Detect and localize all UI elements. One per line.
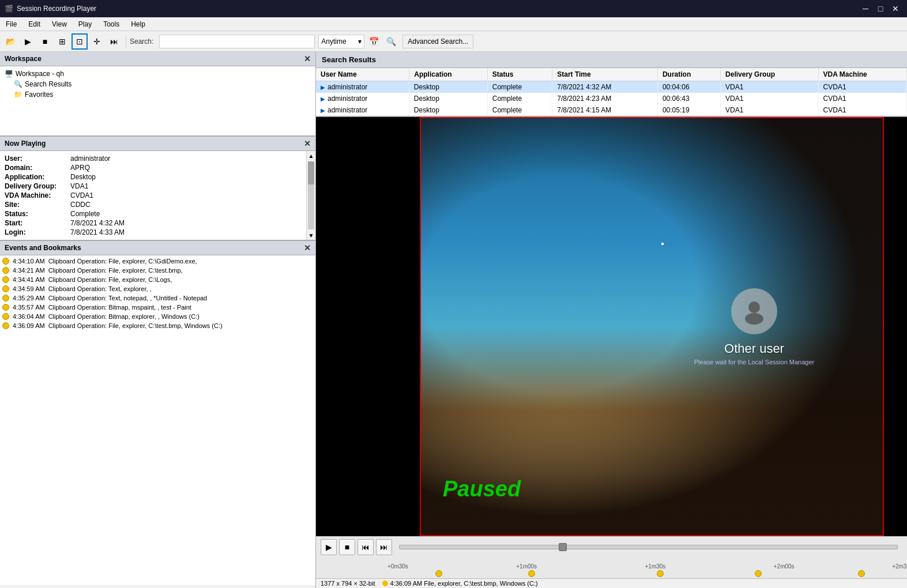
user-label: User: <box>5 154 68 163</box>
now-playing-close-button[interactable]: ✕ <box>304 139 311 148</box>
event-row[interactable]: 4:34:10 AM Clipboard Operation: File, ex… <box>0 257 315 266</box>
table-row[interactable]: ▶administrator Desktop Complete 7/8/2021… <box>316 104 907 116</box>
col-status[interactable]: Status <box>487 68 552 81</box>
frame-button[interactable]: ⊡ <box>71 33 88 50</box>
event-dot <box>2 285 9 292</box>
now-playing-scrollbar[interactable]: ▲ ▼ <box>306 151 315 240</box>
menu-tools[interactable]: Tools <box>97 19 125 29</box>
workspace-root-icon: 🖥️ <box>5 70 13 78</box>
event-row[interactable]: 4:34:59 AM Clipboard Operation: Text, ex… <box>0 284 315 293</box>
menu-view[interactable]: View <box>46 19 73 29</box>
bookmark-dot-3[interactable] <box>755 570 762 577</box>
menu-file[interactable]: File <box>0 19 22 29</box>
workspace-favorites[interactable]: 📁 Favorites <box>2 89 313 100</box>
progress-thumb[interactable] <box>559 543 567 551</box>
event-row[interactable]: 4:34:21 AM Clipboard Operation: File, ex… <box>0 266 315 275</box>
event-dot <box>2 267 9 274</box>
workspace-search-results[interactable]: 🔍 Search Results <box>2 79 313 89</box>
menu-edit[interactable]: Edit <box>22 19 46 29</box>
left-panel: Workspace ✕ 🖥️ Workspace - qh 🔍 Search R… <box>0 52 316 588</box>
event-time: 4:35:57 AM <box>13 304 45 311</box>
now-playing-panel: Now Playing ✕ User: administrator Domain… <box>0 137 315 241</box>
event-desc: Clipboard Operation: Bitmap, explorer, ,… <box>48 313 200 320</box>
menu-help[interactable]: Help <box>125 19 151 29</box>
bookmark-dot-0[interactable] <box>435 570 442 577</box>
stop-ctrl-button[interactable]: ■ <box>339 539 355 555</box>
cell-status: Complete <box>487 93 552 104</box>
workspace-search-label: Search Results <box>25 80 71 88</box>
events-close-button[interactable]: ✕ <box>304 243 311 252</box>
close-button[interactable]: ✕ <box>889 3 902 14</box>
search-results-icon: 🔍 <box>14 80 22 88</box>
cell-dg: VDA1 <box>721 104 818 116</box>
scroll-down-button[interactable]: ▼ <box>307 231 315 240</box>
event-row[interactable]: 4:35:57 AM Clipboard Operation: Bitmap, … <box>0 303 315 312</box>
cell-app: Desktop <box>409 104 487 116</box>
calendar-button[interactable]: 📅 <box>366 33 382 50</box>
cell-vda: CVDA1 <box>818 93 906 104</box>
domain-label: Domain: <box>5 164 68 172</box>
menu-bar: File Edit View Play Tools Help <box>0 17 907 31</box>
event-time: 4:34:41 AM <box>13 276 45 283</box>
workspace-root-label: Workspace - qh <box>16 70 64 78</box>
col-start[interactable]: Start Time <box>552 68 658 81</box>
stop-button[interactable]: ■ <box>37 33 53 50</box>
scroll-thumb[interactable] <box>308 161 314 229</box>
main-area: Workspace ✕ 🖥️ Workspace - qh 🔍 Search R… <box>0 52 907 588</box>
skip-button[interactable]: ⏭ <box>106 33 122 50</box>
bookmark-dot-1[interactable] <box>528 570 535 577</box>
progress-bar[interactable] <box>399 545 898 549</box>
play-ctrl-button[interactable]: ▶ <box>321 539 337 555</box>
search-input[interactable] <box>162 37 312 46</box>
controls-bar: ▶ ■ ⏮ ⏭ <box>316 537 907 557</box>
col-duration[interactable]: Duration <box>657 68 720 81</box>
anytime-dropdown[interactable]: Anytime ▾ <box>318 35 364 48</box>
event-row[interactable]: 4:36:09 AM Clipboard Operation: File, ex… <box>0 321 315 330</box>
col-user[interactable]: User Name <box>316 68 409 81</box>
search-go-button[interactable]: 🔍 <box>383 33 399 50</box>
user-avatar <box>731 288 777 334</box>
scroll-up-button[interactable]: ▲ <box>307 151 315 160</box>
search-box[interactable] <box>159 35 315 48</box>
now-playing-title: Now Playing <box>5 140 46 148</box>
rewind-button[interactable]: ⏮ <box>357 539 374 555</box>
col-vda[interactable]: VDA Machine <box>818 68 906 81</box>
event-row[interactable]: 4:35:29 AM Clipboard Operation: Text, no… <box>0 293 315 303</box>
search-results-header: Search Results <box>316 52 907 68</box>
workspace-root[interactable]: 🖥️ Workspace - qh <box>2 69 313 79</box>
workspace-content: 🖥️ Workspace - qh 🔍 Search Results 📁 Fav… <box>0 66 315 135</box>
event-row[interactable]: 4:36:04 AM Clipboard Operation: Bitmap, … <box>0 312 315 321</box>
event-row[interactable]: 4:34:41 AM Clipboard Operation: File, ex… <box>0 275 315 284</box>
cell-start: 7/8/2021 4:23 AM <box>552 93 658 104</box>
other-user-text: Other user <box>694 341 815 356</box>
col-app[interactable]: Application <box>409 68 487 81</box>
event-time: 4:34:21 AM <box>13 267 45 274</box>
col-dg[interactable]: Delivery Group <box>721 68 818 81</box>
table-row[interactable]: ▶administrator Desktop Complete 7/8/2021… <box>316 81 907 93</box>
play-button[interactable]: ▶ <box>20 33 36 50</box>
search-results-table: User Name Application Status Start Time … <box>316 68 907 116</box>
advanced-search-button[interactable]: Advanced Search... <box>402 35 473 48</box>
minimize-button[interactable]: ─ <box>859 3 872 14</box>
open-button[interactable]: 📂 <box>2 33 18 50</box>
bookmark-dot-2[interactable] <box>657 570 664 577</box>
fast-forward-button[interactable]: ⏭ <box>376 539 392 555</box>
maximize-button[interactable]: □ <box>874 3 887 14</box>
move-button[interactable]: ✛ <box>89 33 105 50</box>
cell-start: 7/8/2021 4:32 AM <box>552 81 658 93</box>
login-overlay: Other user Please wait for the Local Ses… <box>694 288 815 365</box>
workspace-close-button[interactable]: ✕ <box>304 54 311 63</box>
cell-status: Complete <box>487 104 552 116</box>
domain-value: APRQ <box>70 164 311 172</box>
events-title: Events and Bookmarks <box>5 244 81 252</box>
event-time: 4:34:10 AM <box>13 258 45 265</box>
video-player[interactable]: Other user Please wait for the Local Ses… <box>316 117 907 536</box>
bookmark-dot-4[interactable] <box>858 570 865 577</box>
event-dot <box>2 313 9 320</box>
thumbnail-button[interactable]: ⊞ <box>54 33 70 50</box>
menu-play[interactable]: Play <box>73 19 97 29</box>
right-panel: Search Results User Name Application Sta… <box>316 52 907 588</box>
table-row[interactable]: ▶administrator Desktop Complete 7/8/2021… <box>316 93 907 104</box>
now-playing-content: User: administrator Domain: APRQ Applica… <box>0 151 315 240</box>
cell-app: Desktop <box>409 93 487 104</box>
